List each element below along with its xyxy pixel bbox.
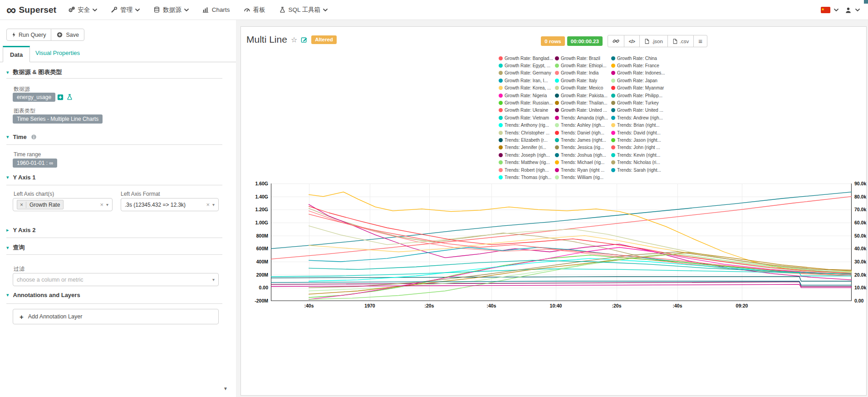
y-axis-left-tick: 200M [243, 272, 268, 278]
section-datasource-charttype[interactable]: ▾ 数据源 & 图表类型 [6, 68, 62, 76]
save-button[interactable]: Save [51, 29, 84, 41]
y-axis-left-tick: 1.00G [243, 220, 268, 225]
divider [6, 254, 222, 255]
datasource-value[interactable]: energy_usage [13, 93, 55, 102]
y-axis-left-tick: 1.60G [243, 181, 268, 186]
caret-down-icon: ▾ [6, 292, 9, 298]
charttype-label: 图表类型 [14, 107, 35, 115]
divider [6, 144, 222, 145]
y-axis-right-tick: 0.00 [854, 298, 868, 303]
nav-item-label: 安全 [78, 6, 90, 14]
time-range-value[interactable]: 1960-01-01 : ∞ [13, 159, 57, 168]
left-axis-charts-select[interactable]: × Growth Rate × ▾ [13, 198, 113, 211]
cn-flag-icon [821, 7, 830, 13]
brand-name: Superset [19, 5, 56, 15]
divider [6, 238, 222, 238]
charttype-value[interactable]: Time Series - Multiple Line Charts [13, 114, 103, 124]
nav-item-label: 看板 [253, 6, 265, 14]
y-axis-left-tick: 400M [243, 259, 268, 264]
nav-item-1[interactable]: 安全 [68, 6, 97, 14]
caret-down-icon: ▾ [6, 245, 9, 251]
section-yaxis2[interactable]: ▸ Y Axis 2 [6, 227, 35, 233]
filter-select[interactable]: choose a column or metric ▾ [13, 273, 219, 286]
nav-item-6[interactable]: SQL 工具箱 [279, 6, 328, 14]
superset-logo-icon: ∞ [6, 3, 16, 17]
bolt-icon [12, 32, 16, 38]
wrench-icon [111, 6, 118, 13]
y-axis-right-tick: 30.0k [854, 259, 868, 264]
y-axis-right-tick: 90.0k [854, 181, 868, 186]
y-axis-left-tick: 1.20G [243, 207, 268, 212]
cogs-icon [68, 6, 75, 13]
clear-icon[interactable]: × [206, 201, 210, 208]
top-navbar: ∞ Superset 安全管理数据源Charts看板SQL 工具箱 [0, 0, 868, 20]
panel-scroll-down-icon[interactable]: ▼ [223, 386, 228, 391]
user-menu[interactable] [845, 7, 860, 14]
section-annotations[interactable]: ▾ Annotations and Layers [6, 292, 80, 298]
user-icon [845, 7, 852, 14]
language-selector[interactable] [821, 7, 839, 13]
y-axis-right-tick: 10.0k [854, 285, 868, 290]
chevron-down-icon [93, 9, 97, 11]
edit-datasource-icon[interactable] [57, 94, 64, 100]
datasource-label: 数据源 [14, 85, 30, 93]
y-axis-right-tick: 50.0k [854, 233, 868, 238]
chart-icon [202, 6, 209, 13]
chevron-down-icon [855, 9, 860, 11]
x-axis-tick: 09:20 [726, 303, 758, 308]
y-axis-right-tick: 70.0k [854, 207, 868, 212]
clear-icon[interactable]: × [100, 201, 103, 208]
chevron-down-icon [135, 9, 140, 11]
plus-icon: + [20, 313, 24, 321]
nav-item-5[interactable]: 看板 [244, 6, 265, 14]
chevron-down-icon [323, 9, 328, 11]
nav-item-label: Charts [212, 6, 230, 13]
add-annotation-layer-button[interactable]: + Add Annotation Layer [13, 309, 219, 324]
section-query[interactable]: ▾ 查询 [6, 243, 25, 252]
dropdown-caret-icon[interactable]: ▾ [106, 202, 108, 207]
divider [6, 185, 222, 185]
run-query-button[interactable]: Run Query [6, 29, 51, 41]
superset-brand[interactable]: ∞ Superset [6, 3, 56, 17]
explore-flask-icon[interactable] [66, 94, 73, 100]
filter-label: 过滤 [14, 265, 25, 273]
tab-visual-properties[interactable]: Visual Properties [35, 50, 80, 56]
y-axis-left-tick: -200M [243, 298, 268, 303]
x-axis-tick: :20s [601, 303, 633, 308]
caret-down-icon: ▾ [6, 174, 9, 180]
info-icon [31, 134, 37, 140]
divider [6, 78, 222, 79]
dropdown-caret-icon[interactable]: ▾ [212, 277, 215, 282]
left-axis-charts-label: Left Axis chart(s) [14, 191, 54, 197]
navbar-right [821, 0, 860, 20]
left-axis-format-label: Left Axis Format [121, 191, 160, 197]
section-time[interactable]: ▾ Time [6, 134, 37, 140]
x-axis-tick: 10:40 [540, 303, 572, 308]
y-axis-right-tick: 60.0k [854, 220, 868, 225]
tab-data[interactable]: Data [3, 46, 30, 62]
divider [6, 303, 222, 304]
nav-item-4[interactable]: Charts [202, 6, 230, 13]
dropdown-caret-icon[interactable]: ▾ [212, 202, 215, 207]
datasource-actions [57, 94, 73, 100]
flask-icon [279, 6, 286, 13]
x-axis-tick: :40s [662, 303, 693, 308]
y-axis-left-tick: 0.00 [243, 285, 268, 290]
x-axis-tick: 1970 [354, 303, 386, 308]
explore-control-panel: Run Query Save Data Visual Properties ▾ … [0, 20, 236, 397]
nav-item-3[interactable]: 数据源 [153, 6, 189, 14]
remove-chip-icon[interactable]: × [17, 202, 26, 208]
screen-corner-artifact [864, 0, 868, 4]
query-actions: Run Query Save [6, 29, 84, 41]
left-axis-format-select[interactable]: .3s (12345.432 => 12.3k) × ▾ [121, 198, 219, 211]
section-yaxis1[interactable]: ▾ Y Axis 1 [6, 174, 35, 181]
x-axis-tick: :40s [293, 303, 325, 308]
database-icon [153, 6, 160, 13]
nav-item-label: 管理 [120, 6, 132, 14]
gauge-icon [244, 6, 250, 13]
y-axis-left-tick: 1.40G [243, 194, 268, 199]
panel-tabs: Data Visual Properties [0, 47, 236, 62]
nav-item-2[interactable]: 管理 [111, 6, 140, 14]
main-menu: 安全管理数据源Charts看板SQL 工具箱 [68, 6, 341, 14]
caret-down-icon: ▾ [6, 69, 9, 75]
